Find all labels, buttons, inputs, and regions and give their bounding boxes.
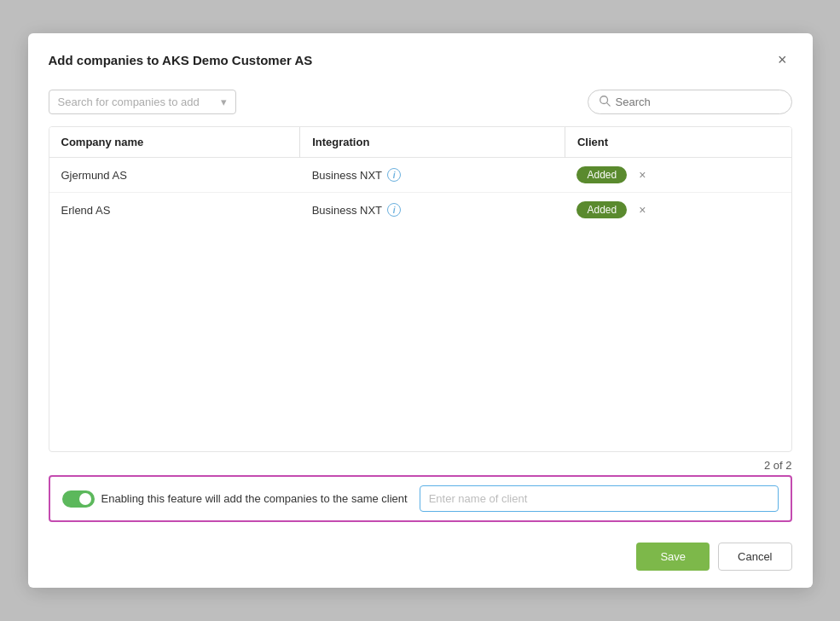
- search-input[interactable]: [616, 96, 781, 108]
- table-row: Gjermund AS Business NXT i Added ×: [49, 158, 791, 193]
- save-button[interactable]: Save: [636, 543, 710, 571]
- same-client-toggle[interactable]: [62, 490, 95, 508]
- cell-client: Added ×: [565, 193, 791, 228]
- toggle-wrap: Enabling this feature will add the compa…: [62, 490, 408, 508]
- table-row: Erlend AS Business NXT i Added ×: [49, 193, 791, 228]
- remove-row-button[interactable]: ×: [635, 201, 649, 218]
- companies-table: Company name Integration Client Gjermund…: [49, 126, 792, 452]
- count-label: 2 of 2: [49, 452, 792, 475]
- col-client: Client: [565, 127, 791, 158]
- close-button[interactable]: ×: [773, 50, 792, 69]
- cell-company-name: Gjermund AS: [49, 158, 300, 193]
- modal-body: Search for companies to add ▾: [28, 79, 813, 475]
- cell-integration: Business NXT i: [300, 158, 565, 193]
- toggle-label: Enabling this feature will add the compa…: [101, 492, 408, 505]
- remove-row-button[interactable]: ×: [635, 166, 649, 183]
- info-icon[interactable]: i: [387, 203, 401, 217]
- modal-dialog: Add companies to AKS Demo Customer AS × …: [28, 33, 813, 588]
- search-bar: [588, 90, 792, 114]
- search-dropdown-placeholder: Search for companies to add: [58, 96, 200, 108]
- table-header-row: Company name Integration Client: [49, 127, 791, 158]
- company-search-dropdown[interactable]: Search for companies to add ▾: [49, 90, 236, 114]
- modal-overlay: Add companies to AKS Demo Customer AS × …: [0, 0, 840, 621]
- top-controls: Search for companies to add ▾: [49, 90, 792, 114]
- cell-integration: Business NXT i: [300, 193, 565, 228]
- col-integration: Integration: [300, 127, 565, 158]
- status-badge: Added: [576, 201, 627, 218]
- modal-title: Add companies to AKS Demo Customer AS: [49, 53, 313, 67]
- cancel-button[interactable]: Cancel: [718, 543, 791, 571]
- chevron-down-icon: ▾: [221, 96, 227, 108]
- info-icon[interactable]: i: [387, 168, 401, 182]
- modal-header: Add companies to AKS Demo Customer AS ×: [28, 33, 813, 79]
- bottom-bar: Enabling this feature will add the compa…: [49, 475, 792, 522]
- cell-client: Added ×: [565, 158, 791, 193]
- client-name-input[interactable]: [420, 485, 779, 512]
- status-badge: Added: [576, 166, 627, 183]
- col-company-name: Company name: [49, 127, 300, 158]
- cell-company-name: Erlend AS: [49, 193, 300, 228]
- modal-footer: Save Cancel: [28, 536, 813, 588]
- search-icon: [599, 95, 611, 109]
- svg-line-1: [606, 103, 610, 107]
